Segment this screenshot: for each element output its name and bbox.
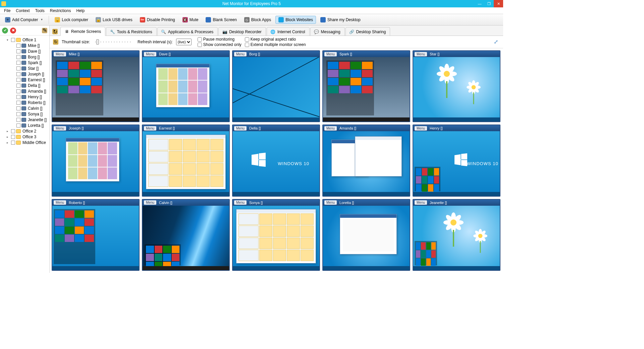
- thumbnail-loretta[interactable]: MenuLoretta []: [322, 199, 410, 271]
- minimize-button[interactable]: —: [475, 0, 484, 7]
- tree-group-0[interactable]: ▾Office 1: [1, 37, 49, 43]
- menu-help[interactable]: Help: [73, 8, 87, 14]
- thumbnail-screen[interactable]: [143, 206, 229, 270]
- thumbnail-screen[interactable]: [143, 131, 229, 196]
- thumbnail-menu-button[interactable]: Menu: [54, 52, 66, 56]
- checkbox[interactable]: [16, 55, 20, 59]
- checkbox[interactable]: [16, 84, 20, 88]
- add-computer-button[interactable]: ＋ Add Computer ▼: [2, 16, 46, 24]
- chevron-icon[interactable]: ▾: [7, 38, 10, 42]
- thumbnail-dave[interactable]: MenuDave []: [142, 50, 230, 122]
- thumbnail-menu-button[interactable]: Menu: [324, 126, 337, 131]
- tab-desktop-sharing[interactable]: 🔗Desktop Sharing: [345, 27, 390, 36]
- chevron-icon[interactable]: ▸: [7, 130, 10, 133]
- thumbnail-star[interactable]: MenuStar []: [413, 50, 500, 122]
- refresh-interval-select[interactable]: (live): [176, 39, 192, 45]
- thumbnail-screen[interactable]: [323, 206, 410, 270]
- pause-monitoring-checkbox[interactable]: Pause monitoring: [198, 37, 241, 42]
- chevron-icon[interactable]: ▸: [7, 141, 10, 144]
- checkbox[interactable]: [16, 106, 20, 110]
- blank-screen-button[interactable]: Blank Screen: [203, 16, 239, 24]
- thumbnail-menu-button[interactable]: Menu: [234, 200, 247, 205]
- checkbox[interactable]: [16, 66, 20, 70]
- tree-group-1[interactable]: ▸Office 2: [1, 128, 49, 134]
- checkbox[interactable]: [16, 118, 20, 122]
- tree-computer-12[interactable]: Sonya []: [1, 111, 49, 117]
- checkbox[interactable]: [11, 135, 15, 139]
- tree-computer-0[interactable]: Mike []: [1, 43, 49, 48]
- menu-tools[interactable]: Tools: [33, 8, 47, 14]
- thumbnail-screen[interactable]: [52, 206, 139, 270]
- thumbnail-menu-button[interactable]: Menu: [54, 200, 66, 205]
- checkbox[interactable]: [11, 38, 15, 42]
- thumbnail-joseph[interactable]: MenuJoseph []: [52, 124, 140, 196]
- lock-usb-button[interactable]: 🔒 Lock USB drives: [93, 16, 136, 24]
- tree-computer-10[interactable]: Roberto []: [1, 100, 49, 105]
- computers-tree[interactable]: ▾Office 1Mike []Dave []Borg []Spark []St…: [0, 36, 49, 273]
- tab-remote-screens[interactable]: 🖥Remote Screens: [60, 27, 105, 36]
- thumb-size-slider[interactable]: [95, 41, 132, 43]
- thumbnail-grid[interactable]: MenuMike []MenuDave []MenuBorg []MenuSpa…: [50, 48, 503, 273]
- share-desktop-button[interactable]: Share my Desktop: [317, 16, 364, 24]
- thumbnail-screen[interactable]: [413, 206, 500, 270]
- thumbnail-screen[interactable]: [233, 206, 319, 270]
- thumbnail-menu-button[interactable]: Menu: [415, 126, 427, 131]
- thumbnail-menu-button[interactable]: Menu: [234, 52, 247, 56]
- tree-computer-2[interactable]: Borg []: [1, 54, 49, 60]
- tab-messaging[interactable]: 💬Messaging: [310, 27, 345, 36]
- thumbnail-menu-button[interactable]: Menu: [415, 200, 427, 205]
- thumbnail-jeanette[interactable]: MenuJeanette []: [413, 199, 500, 271]
- checkbox[interactable]: [16, 44, 20, 48]
- tab-applications-processes[interactable]: 🔍Applications & Processes: [157, 27, 218, 36]
- close-button[interactable]: ✕: [494, 0, 503, 7]
- tree-computer-6[interactable]: Earnest []: [1, 77, 49, 83]
- thumbnail-menu-button[interactable]: Menu: [144, 52, 156, 56]
- tab-internet-control[interactable]: 🌐Internet Control: [267, 27, 310, 36]
- thumbnail-screen[interactable]: [413, 57, 500, 121]
- thumbnail-menu-button[interactable]: Menu: [234, 126, 247, 131]
- thumbnail-screen[interactable]: WINDOWS 10: [413, 131, 500, 196]
- tab-tools-restrictions[interactable]: 🔧Tools & Restrictions: [106, 27, 156, 36]
- thumbnail-henry[interactable]: MenuHenry []WINDOWS 10: [413, 124, 500, 196]
- show-connected-only-checkbox[interactable]: Show connected only: [198, 42, 241, 47]
- thumbnail-spark[interactable]: MenuSpark []: [322, 50, 410, 122]
- tree-group-2[interactable]: ▸Office 3: [1, 134, 49, 140]
- fullscreen-button[interactable]: ⤢: [494, 39, 500, 45]
- tree-computer-4[interactable]: Star []: [1, 65, 49, 71]
- thumbnail-sonya[interactable]: MenuSonya []: [232, 199, 320, 271]
- thumbnail-calvin[interactable]: MenuCalvin []: [142, 199, 230, 271]
- checkbox[interactable]: [16, 72, 20, 76]
- thumbnail-menu-button[interactable]: Menu: [324, 52, 337, 56]
- tab-desktop-recorder[interactable]: 📷Desktop Recorder: [218, 27, 266, 36]
- menu-restrictions[interactable]: Restrictions: [47, 8, 74, 14]
- tree-group-3[interactable]: ▸Middle Office: [1, 140, 49, 145]
- disable-printing-button[interactable]: ⛔ Disable Printing: [137, 16, 178, 24]
- keep-aspect-checkbox[interactable]: Keep original aspect ratio: [245, 37, 306, 42]
- menu-context[interactable]: Context: [13, 8, 32, 14]
- thumbnail-screen[interactable]: [323, 57, 410, 121]
- tree-computer-8[interactable]: Amanda []: [1, 88, 49, 94]
- thumbnail-screen[interactable]: [233, 57, 319, 121]
- checkbox[interactable]: [16, 123, 20, 128]
- thumbnail-screen[interactable]: [52, 131, 139, 196]
- tree-computer-14[interactable]: Loretta []: [1, 122, 49, 128]
- checkbox[interactable]: [16, 78, 20, 82]
- thumbnail-menu-button[interactable]: Menu: [415, 52, 427, 56]
- tree-computer-1[interactable]: Dave []: [1, 48, 49, 54]
- checkbox[interactable]: [16, 49, 20, 53]
- checkbox[interactable]: [16, 89, 20, 93]
- maximize-button[interactable]: ❐: [484, 0, 494, 7]
- thumbnail-screen[interactable]: WINDOWS 10: [233, 131, 319, 196]
- checkbox[interactable]: [16, 61, 20, 65]
- tree-computer-7[interactable]: Della []: [1, 83, 49, 88]
- menu-file[interactable]: File: [1, 8, 13, 14]
- thumbnail-borg[interactable]: MenuBorg []: [232, 50, 320, 122]
- checkbox[interactable]: [11, 129, 15, 133]
- reject-button[interactable]: ✖: [10, 28, 16, 34]
- tree-computer-5[interactable]: Joseph []: [1, 71, 49, 77]
- tree-computer-11[interactable]: Calvin []: [1, 105, 49, 111]
- chevron-icon[interactable]: ▸: [7, 135, 10, 139]
- checkbox[interactable]: [16, 101, 20, 105]
- tree-computer-3[interactable]: Spark []: [1, 60, 49, 65]
- checkbox[interactable]: [16, 112, 20, 116]
